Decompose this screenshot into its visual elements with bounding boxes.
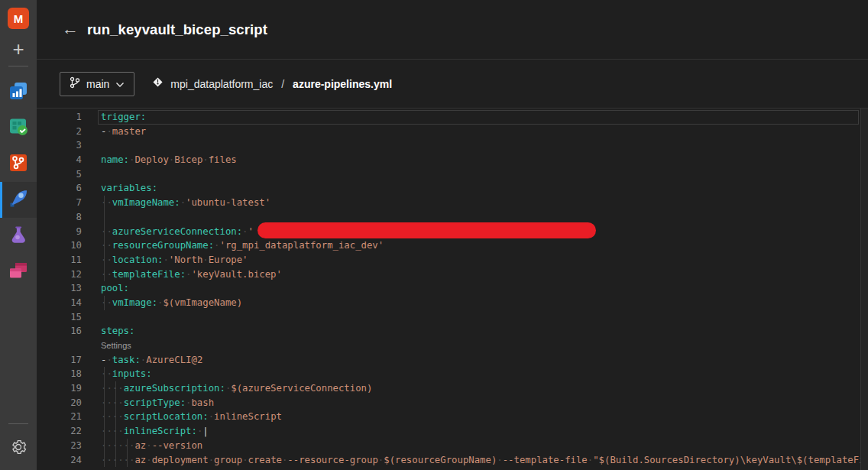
toolbar: main mpi_dataplatform_iac / azure-pipeli…	[37, 60, 868, 109]
code-line[interactable]: 2-·master	[37, 125, 868, 139]
code-line[interactable]: 23······az·--version	[37, 439, 868, 453]
line-number: 18	[37, 367, 82, 381]
code-line[interactable]: 14··vmImage:·$(vmImageName)	[37, 296, 868, 310]
sidebar-divider	[8, 423, 28, 424]
sidebar-item-overview[interactable]	[0, 74, 37, 110]
editor-scrollbar[interactable]	[860, 109, 868, 470]
boards-check-icon	[8, 116, 29, 141]
branch-selector[interactable]: main	[60, 72, 134, 96]
code-line[interactable]: 9··azureServiceConnection:·'	[37, 225, 868, 239]
back-arrow-icon[interactable]: ←	[62, 19, 79, 39]
line-number: 5	[37, 167, 82, 182]
code-line[interactable]: 20····scriptType:·bash	[37, 396, 868, 410]
sidebar-item-pipelines[interactable]	[0, 182, 37, 218]
code-editor[interactable]: 1trigger:2-·master34name:·Deploy·Bicep·f…	[37, 109, 868, 470]
repos-branch-icon	[8, 152, 29, 177]
line-number: 12	[37, 267, 82, 282]
line-number: 13	[37, 281, 82, 296]
line-number: 6	[37, 181, 82, 196]
sidebar-item-artifacts[interactable]	[0, 254, 37, 290]
code-line[interactable]: 7··vmImageName:·'ubuntu-latest'	[37, 196, 868, 210]
line-number: 10	[37, 238, 82, 253]
redacted-value	[257, 222, 596, 238]
code-line[interactable]: 10··resourceGroupName:·'rg_mpi_dataplatf…	[37, 238, 868, 253]
org-logo[interactable]: M	[8, 8, 29, 29]
title-bar: ← run_keyvault_bicep_script	[37, 0, 868, 60]
repo-icon	[151, 76, 164, 92]
line-number: 4	[37, 153, 82, 167]
code-line[interactable]: 21····scriptLocation:·inlineScript	[37, 410, 868, 424]
line-number: 15	[37, 310, 82, 325]
code-line[interactable]: 17-·task:·AzureCLI@2	[37, 353, 868, 368]
overview-chart-icon	[8, 80, 29, 105]
breadcrumb-file[interactable]: azure-pipelines.yml	[293, 78, 392, 90]
line-number: 7	[37, 196, 82, 210]
line-number: 19	[37, 381, 82, 396]
code-line[interactable]: 13pool:	[37, 281, 868, 296]
code-area: 1trigger:2-·master34name:·Deploy·Bicep·f…	[37, 110, 868, 467]
code-line[interactable]: 5	[37, 167, 868, 182]
page-title: run_keyvault_bicep_script	[87, 21, 267, 38]
code-line[interactable]: 4name:·Deploy·Bicep·files	[37, 153, 868, 167]
line-number: 22	[37, 424, 82, 439]
line-number: 3	[37, 138, 82, 153]
line-number: 23	[37, 439, 82, 453]
test-plans-flask-icon	[8, 224, 29, 248]
code-line[interactable]: 3	[37, 138, 868, 153]
code-line[interactable]: 11··location:·'North·Europe'	[37, 253, 868, 267]
line-number: 11	[37, 253, 82, 267]
code-line[interactable]: 12··templateFile:·'keyVault.bicep'	[37, 267, 868, 282]
gear-icon[interactable]	[0, 432, 37, 462]
breadcrumb-separator: /	[281, 78, 284, 90]
branch-icon	[70, 76, 80, 91]
line-number: 24	[37, 453, 82, 468]
sidebar-item-boards[interactable]	[0, 110, 37, 146]
line-number: 17	[37, 353, 82, 368]
code-line[interactable]: 19····azureSubscription:·$(azureServiceC…	[37, 381, 868, 396]
pipelines-rocket-icon	[8, 188, 29, 212]
sidebar-item-test-plans[interactable]	[0, 218, 37, 254]
line-number: 14	[37, 296, 82, 310]
breadcrumb-repo[interactable]: mpi_dataplatform_iac	[170, 78, 273, 90]
line-number: 21	[37, 410, 82, 424]
chevron-down-icon	[115, 78, 125, 90]
line-number: 8	[37, 210, 82, 225]
code-line[interactable]: 1trigger:	[37, 110, 868, 125]
line-number: 9	[37, 225, 82, 239]
sidebar-item-repos[interactable]	[0, 146, 37, 182]
line-number: 20	[37, 396, 82, 410]
plus-icon[interactable]: +	[0, 34, 37, 64]
code-line[interactable]: 22····inlineScript:·|	[37, 424, 868, 439]
branch-name: main	[86, 78, 109, 90]
artifacts-boxes-icon	[8, 260, 29, 284]
line-number: 1	[37, 110, 82, 125]
sidebar: M +	[0, 0, 37, 470]
code-line[interactable]: 6variables:	[37, 181, 868, 196]
code-line[interactable]: 24······az·deployment·group·create·--res…	[37, 453, 868, 468]
breadcrumb: mpi_dataplatform_iac / azure-pipelines.y…	[151, 76, 392, 92]
line-number: 16	[37, 324, 82, 339]
line-number: 2	[37, 125, 82, 139]
codelens-settings[interactable]: Settings	[37, 339, 868, 353]
code-line[interactable]: 16steps:	[37, 324, 868, 339]
code-line[interactable]: 18··inputs:	[37, 367, 868, 381]
app-window: M +	[0, 0, 868, 470]
code-line[interactable]: 15	[37, 310, 868, 325]
sidebar-divider	[8, 66, 28, 66]
